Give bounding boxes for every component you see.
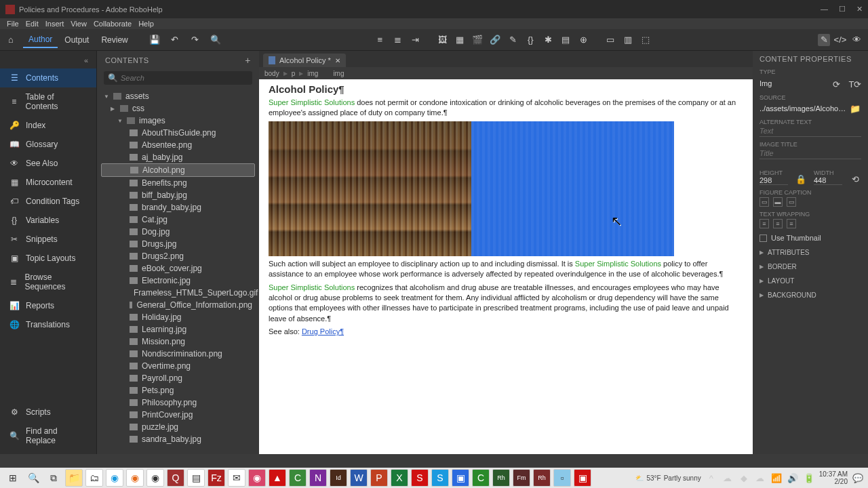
save-icon[interactable]: 💾 [149, 34, 161, 46]
breadcrumb-body[interactable]: body [264, 70, 279, 77]
tab-author[interactable]: Author [23, 32, 58, 48]
menu-edit[interactable]: Edit [26, 20, 39, 28]
tab-output[interactable]: Output [59, 33, 94, 47]
file-cat-jpg[interactable]: Cat.jpg [101, 214, 255, 226]
wrap-left-icon[interactable]: ≡ [760, 219, 769, 228]
task-view-icon[interactable]: ⧉ [45, 469, 62, 487]
notifications-icon[interactable]: 💬 [852, 472, 864, 484]
nav-item-see-also[interactable]: 👁See Also [0, 154, 96, 173]
section-attributes[interactable]: ▶ATTRIBUTES [760, 249, 861, 256]
nav-item-index[interactable]: 🔑Index [0, 116, 96, 135]
nav-item-glossary[interactable]: 📖Glossary [0, 135, 96, 154]
nav-item-reports[interactable]: 📊Reports [0, 296, 96, 315]
insert-marker-icon[interactable]: ✎ [507, 34, 519, 46]
section-border[interactable]: ▶BORDER [760, 263, 861, 270]
undo-icon[interactable]: ↶ [169, 34, 181, 46]
lock-aspect-icon[interactable]: 🔒 [795, 173, 807, 185]
taskbar-app-camtasia[interactable]: C [472, 469, 490, 487]
frame-icon[interactable]: ⬚ [639, 34, 652, 46]
file-electronic-jpg[interactable]: Electronic.jpg [101, 274, 255, 287]
nav-item-browse-sequences[interactable]: ≣Browse Sequences [0, 268, 96, 296]
nav-item-variables[interactable]: {}Variables [0, 211, 96, 230]
file-sandra-baby-jpg[interactable]: sandra_baby.jpg [101, 433, 255, 445]
file-drugs-jpg[interactable]: Drugs.jpg [101, 238, 255, 250]
nav-item-find-and-replace[interactable]: 🔍Find and Replace [0, 422, 96, 450]
file-alcohol-png[interactable]: Alcohol.png [101, 163, 255, 177]
view-source-icon[interactable]: </> [834, 34, 846, 46]
tray-chevron-icon[interactable]: ^ [705, 472, 717, 484]
home-icon[interactable]: ⌂ [5, 35, 16, 45]
document-content[interactable]: Alcohol Policy¶ Super Simplistic Solutio… [259, 79, 753, 454]
file-pets-png[interactable]: Pets.png [101, 384, 255, 396]
taskbar-app-snagit[interactable]: S [411, 469, 429, 487]
tray-volume-icon[interactable]: 🔊 [787, 472, 799, 484]
taskbar-app-slack[interactable]: ◉ [248, 469, 266, 487]
see-also-link[interactable]: Drug Policy¶ [302, 327, 344, 336]
nav-item-condition-tags[interactable]: 🏷Condition Tags [0, 192, 96, 211]
folder-images[interactable]: ▼images [101, 115, 255, 127]
section-icon[interactable]: ▥ [622, 34, 634, 46]
image-title-input[interactable] [760, 148, 861, 159]
search-input[interactable] [121, 74, 248, 82]
file-holiday-jpg[interactable]: Holiday.jpg [101, 311, 255, 323]
taskbar-app-word[interactable]: W [350, 469, 368, 487]
container-icon[interactable]: ▭ [604, 34, 616, 46]
nav-item-microcontent[interactable]: ▦Microcontent [0, 173, 96, 192]
taskbar-search-icon[interactable]: 🔍 [24, 469, 42, 487]
typography-icon[interactable]: T⟳ [849, 78, 861, 90]
insert-image-icon[interactable]: 🖼 [436, 34, 448, 46]
file-puzzle-jpg[interactable]: puzzle.jpg [101, 421, 255, 433]
taskbar-app-id[interactable]: Id [330, 469, 347, 487]
taskbar-app-generic1[interactable]: Q [167, 469, 184, 487]
menu-collaborate[interactable]: Collaborate [94, 20, 132, 28]
file-learning-jpg[interactable]: Learning.jpg [101, 323, 255, 336]
taskbar-app-rh1[interactable]: Rh [492, 469, 510, 487]
file-printcover-jpg[interactable]: PrintCover.jpg [101, 409, 255, 421]
nav-item-translations[interactable]: 🌐Translations [0, 315, 96, 334]
start-button[interactable]: ⊞ [4, 469, 22, 487]
use-thumbnail-checkbox[interactable]: Use Thumbnail [760, 234, 861, 242]
menu-help[interactable]: Help [138, 20, 154, 28]
find-icon[interactable]: 🔍 [210, 34, 222, 46]
file-general-office-information-png[interactable]: General_Office_Information.png [101, 299, 255, 311]
reset-size-icon[interactable]: ⟲ [849, 173, 861, 185]
breadcrumb-img2[interactable]: img [333, 70, 344, 77]
taskbar-app-skype[interactable]: S [431, 469, 449, 487]
taskbar-app-explorer[interactable]: 📁 [65, 469, 83, 487]
file-aj-baby-jpg[interactable]: aj_baby.jpg [101, 151, 255, 163]
nav-item-scripts[interactable]: ⚙Scripts [0, 403, 96, 422]
tray-cloud-icon[interactable]: ☁ [754, 472, 766, 484]
taskbar-app-acrobat[interactable]: ▲ [269, 469, 286, 487]
maximize-button[interactable]: ☐ [839, 5, 846, 14]
list-indent-icon[interactable]: ⇥ [409, 34, 421, 46]
taskbar-app-excel[interactable]: X [391, 469, 408, 487]
section-layout[interactable]: ▶LAYOUT [760, 277, 861, 285]
tray-network-icon[interactable]: 📶 [770, 472, 783, 484]
file-aboutthisguide-png[interactable]: AboutThisGuide.png [101, 127, 255, 139]
figcap-below-icon[interactable]: ▬ [773, 197, 783, 207]
section-background[interactable]: ▶BACKGROUND [760, 291, 861, 299]
width-value[interactable]: 448 [814, 176, 842, 185]
insert-placeholder-icon[interactable]: ⊕ [577, 34, 589, 46]
taskbar-app-files[interactable]: 🗂 [85, 469, 103, 487]
menu-view[interactable]: View [71, 20, 87, 28]
file-philosophy-png[interactable]: Philosophy.png [101, 396, 255, 409]
nav-item-contents[interactable]: ☰Contents [0, 68, 96, 87]
inserted-image[interactable]: ↖ [269, 121, 674, 256]
taskbar-app-chrome[interactable]: ◉ [146, 469, 164, 487]
taskbar-app-calc[interactable]: ▤ [187, 469, 205, 487]
taskbar-app-generic4[interactable]: ▣ [574, 469, 591, 487]
contents-search[interactable]: 🔍 [104, 71, 252, 85]
brand-link-3[interactable]: Super Simplistic Solutions [269, 283, 355, 291]
breadcrumb-p[interactable]: p [292, 70, 296, 77]
taskbar-app-filezilla[interactable]: Fz [208, 469, 225, 487]
figcap-above-icon[interactable]: ▭ [787, 197, 796, 207]
taskbar-app-onenote[interactable]: N [309, 469, 327, 487]
taskbar-app-rh2[interactable]: Rh [533, 469, 551, 487]
file-drugs2-png[interactable]: Drugs2.png [101, 250, 255, 262]
breadcrumb-img1[interactable]: img [307, 70, 318, 77]
file-payroll-png[interactable]: Payroll.png [101, 372, 255, 384]
redo-icon[interactable]: ↷ [189, 34, 201, 46]
editor-tab-alcohol-policy[interactable]: Alcohol Policy * ✕ [263, 54, 346, 67]
taskbar-app-captivate[interactable]: C [289, 469, 307, 487]
